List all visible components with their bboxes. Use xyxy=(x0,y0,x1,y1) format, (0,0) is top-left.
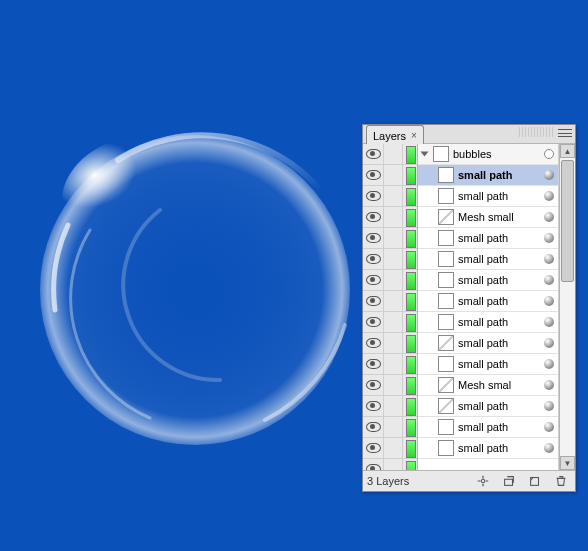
layer-name[interactable]: small path xyxy=(458,421,540,433)
visibility-toggle[interactable] xyxy=(363,228,384,248)
layer-name[interactable]: Mesh small xyxy=(458,211,540,223)
layer-name[interactable]: small path xyxy=(458,190,540,202)
visibility-toggle[interactable] xyxy=(363,186,384,206)
layer-row[interactable]: small path xyxy=(418,186,558,207)
scroll-track[interactable] xyxy=(560,158,575,456)
visibility-row xyxy=(363,375,417,396)
visibility-toggle[interactable] xyxy=(363,438,384,458)
layer-row[interactable]: small path xyxy=(418,291,558,312)
layer-group-row[interactable]: bubbles xyxy=(418,144,558,165)
scroll-up-button[interactable]: ▲ xyxy=(560,144,575,158)
target-icon[interactable] xyxy=(544,275,554,285)
close-icon[interactable]: × xyxy=(411,130,417,141)
lock-cell[interactable] xyxy=(384,165,403,185)
scroll-thumb[interactable] xyxy=(561,160,574,282)
visibility-toggle[interactable] xyxy=(363,354,384,374)
lock-cell[interactable] xyxy=(384,312,403,332)
lock-cell[interactable] xyxy=(384,375,403,395)
visibility-toggle[interactable] xyxy=(363,333,384,353)
layer-row[interactable]: small path xyxy=(418,312,558,333)
layer-row[interactable]: small path xyxy=(418,249,558,270)
lock-cell[interactable] xyxy=(384,144,403,164)
lock-cell[interactable] xyxy=(384,207,403,227)
layer-name[interactable]: small path xyxy=(458,253,540,265)
layer-row[interactable]: small path xyxy=(418,354,558,375)
lock-cell[interactable] xyxy=(384,417,403,437)
visibility-toggle[interactable] xyxy=(363,417,384,437)
visibility-toggle[interactable] xyxy=(363,312,384,332)
target-icon[interactable] xyxy=(544,380,554,390)
target-icon[interactable] xyxy=(544,254,554,264)
lock-cell[interactable] xyxy=(384,333,403,353)
lock-cell[interactable] xyxy=(384,249,403,269)
visibility-toggle[interactable] xyxy=(363,270,384,290)
panel-grip[interactable] xyxy=(519,127,555,137)
eye-icon xyxy=(366,191,381,201)
target-icon[interactable] xyxy=(544,422,554,432)
target-icon[interactable] xyxy=(544,233,554,243)
target-icon[interactable] xyxy=(544,149,554,159)
target-icon[interactable] xyxy=(544,191,554,201)
target-icon[interactable] xyxy=(544,212,554,222)
layer-name[interactable]: small path xyxy=(458,274,540,286)
layer-name[interactable]: small path xyxy=(458,358,540,370)
target-icon[interactable] xyxy=(544,443,554,453)
lock-cell[interactable] xyxy=(384,270,403,290)
target-icon[interactable] xyxy=(544,317,554,327)
color-strip xyxy=(406,272,416,290)
layer-row[interactable]: small path xyxy=(418,438,558,459)
lock-cell[interactable] xyxy=(384,291,403,311)
color-strip xyxy=(406,356,416,374)
layer-name[interactable]: small path xyxy=(458,169,540,181)
scroll-down-button[interactable]: ▼ xyxy=(560,456,575,470)
lock-cell[interactable] xyxy=(384,186,403,206)
layer-name[interactable]: small path xyxy=(458,337,540,349)
layer-row[interactable]: small path xyxy=(418,333,558,354)
layer-name[interactable]: small path xyxy=(458,232,540,244)
target-icon[interactable] xyxy=(544,359,554,369)
lock-cell[interactable] xyxy=(384,228,403,248)
layer-row[interactable]: small path xyxy=(418,165,558,186)
layer-name[interactable]: small path xyxy=(458,442,540,454)
lock-cell[interactable] xyxy=(384,438,403,458)
panel-menu-icon[interactable] xyxy=(558,129,572,137)
disclosure-triangle-icon[interactable] xyxy=(421,152,429,157)
layer-name[interactable]: small path xyxy=(458,316,540,328)
visibility-toggle[interactable] xyxy=(363,375,384,395)
layer-name[interactable]: Mesh smal xyxy=(458,379,540,391)
layer-name[interactable]: bubbles xyxy=(453,148,540,160)
new-sublayer-icon[interactable] xyxy=(499,473,519,489)
visibility-row xyxy=(363,291,417,312)
eye-icon xyxy=(366,233,381,243)
layer-row[interactable]: small path xyxy=(418,417,558,438)
eye-icon xyxy=(366,170,381,180)
locate-object-icon[interactable] xyxy=(473,473,493,489)
eye-icon xyxy=(366,359,381,369)
target-icon[interactable] xyxy=(544,296,554,306)
layer-row[interactable]: small path xyxy=(418,228,558,249)
layer-thumbnail xyxy=(438,335,454,351)
visibility-toggle[interactable] xyxy=(363,291,384,311)
target-icon[interactable] xyxy=(544,170,554,180)
layers-tab[interactable]: Layers × xyxy=(366,125,424,144)
visibility-toggle[interactable] xyxy=(363,459,384,470)
lock-cell[interactable] xyxy=(384,396,403,416)
visibility-toggle[interactable] xyxy=(363,144,384,164)
target-icon[interactable] xyxy=(544,338,554,348)
visibility-toggle[interactable] xyxy=(363,165,384,185)
layer-name[interactable]: small path xyxy=(458,400,540,412)
layer-row[interactable]: small path xyxy=(418,270,558,291)
visibility-toggle[interactable] xyxy=(363,207,384,227)
visibility-toggle[interactable] xyxy=(363,249,384,269)
visibility-toggle[interactable] xyxy=(363,396,384,416)
layer-row[interactable]: Mesh smal xyxy=(418,375,558,396)
lock-cell[interactable] xyxy=(384,354,403,374)
layer-name[interactable]: small path xyxy=(458,295,540,307)
layer-row[interactable]: small path xyxy=(418,396,558,417)
trash-icon[interactable] xyxy=(551,473,571,489)
scrollbar[interactable]: ▲ ▼ xyxy=(559,144,575,470)
lock-cell[interactable] xyxy=(384,459,403,470)
layer-row[interactable]: Mesh small xyxy=(418,207,558,228)
new-layer-icon[interactable] xyxy=(525,473,545,489)
target-icon[interactable] xyxy=(544,401,554,411)
